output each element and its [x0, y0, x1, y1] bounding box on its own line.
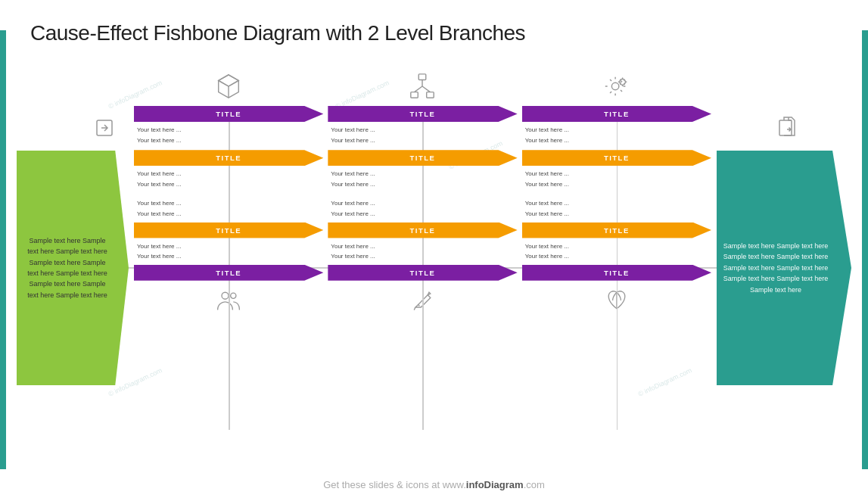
col3-text-2-line2: Your text here ...: [525, 179, 708, 190]
footer-suffix: .com: [524, 479, 545, 490]
cube-icon: [214, 72, 243, 101]
footer: Get these slides & icons at www.infoDiag…: [0, 479, 868, 490]
col2-bottom-content: Your text here ... Your text here ... TI…: [328, 197, 517, 280]
col3-text-3-line2: Your text here ...: [525, 209, 708, 219]
col3-top-content: TITLE Your text here ... Your text here …: [522, 106, 711, 194]
col3-text-1: Your text here ... Your text here ...: [522, 123, 711, 150]
col2-text-3-line2: Your text here ...: [331, 209, 514, 219]
col2-text-1: Your text here ... Your text here ...: [328, 123, 517, 150]
col1-bottom-content: Your text here ... Your text here ... TI…: [134, 197, 323, 280]
svg-rect-10: [411, 92, 418, 98]
col3-bottom-content: Your text here ... Your text here ... TI…: [522, 197, 711, 280]
svg-point-8: [231, 293, 236, 298]
svg-line-6: [229, 80, 238, 86]
col2-text-3-line1: Your text here ...: [331, 198, 514, 209]
right-arrow-container: Sample text here Sample text here Sample…: [717, 151, 851, 385]
col3-text-2-line1: Your text here ...: [525, 169, 708, 179]
col2-text-3: Your text here ... Your text here ...: [328, 197, 517, 222]
left-arrow-icon: [91, 114, 118, 142]
left-arrow-shape: Sample text here Sample text here Sample…: [17, 151, 129, 385]
diagram-container: Sample text here Sample text here Sample…: [17, 67, 851, 469]
footer-text: Get these slides & icons at www.: [323, 479, 466, 490]
col1-text-4-line2: Your text here ...: [137, 251, 320, 262]
svg-rect-9: [419, 74, 427, 80]
col3-text-2: Your text here ... Your text here ...: [522, 167, 711, 194]
col2-text-4: Your text here ... Your text here ...: [328, 240, 517, 265]
column-3: TITLE Your text here ... Your text here …: [522, 67, 711, 469]
col1-vline-bottom: [229, 268, 230, 430]
right-arrow-shape: Sample text here Sample text here Sample…: [717, 151, 851, 385]
col2-title-3: TITLE: [328, 222, 517, 238]
gear-icon: [602, 72, 631, 101]
right-arrow-icon: [772, 114, 799, 142]
columns-container: TITLE Your text here ... Your text here …: [134, 67, 711, 469]
slide: Cause-Effect Fishbone Diagram with 2 Lev…: [0, 0, 868, 501]
col3-text-1-line2: Your text here ...: [525, 135, 708, 146]
col2-title-bottom: TITLE: [328, 265, 517, 281]
col1-text-2: Your text here ... Your text here ...: [134, 167, 323, 194]
col1-text-2-line2: Your text here ...: [137, 179, 320, 190]
svg-rect-11: [427, 92, 434, 98]
left-arrow-container: Sample text here Sample text here Sample…: [17, 151, 129, 385]
col2-text-2-line1: Your text here ...: [331, 169, 514, 179]
col3-text-4-line2: Your text here ...: [525, 251, 708, 262]
col1-text-3: Your text here ... Your text here ...: [134, 197, 323, 222]
col1-text-3-line2: Your text here ...: [137, 209, 320, 219]
col3-text-3-line1: Your text here ...: [525, 198, 708, 209]
right-icon-area: [764, 109, 806, 147]
left-icon-area: [83, 109, 125, 147]
col2-text-4-line2: Your text here ...: [331, 251, 514, 262]
col1-text-3-line1: Your text here ...: [137, 198, 320, 209]
col3-text-4: Your text here ... Your text here ...: [522, 240, 711, 265]
network-icon: [408, 72, 437, 101]
column-2: TITLE Your text here ... Your text here …: [328, 67, 517, 469]
page-title: Cause-Effect Fishbone Diagram with 2 Lev…: [30, 21, 525, 45]
col1-text-4: Your text here ... Your text here ...: [134, 240, 323, 265]
right-arrow-text: Sample text here Sample text here Sample…: [717, 235, 851, 301]
col3-text-1-line1: Your text here ...: [525, 125, 708, 135]
svg-line-14: [422, 86, 430, 92]
column-1: TITLE Your text here ... Your text here …: [134, 67, 323, 469]
left-arrow-text: Sample text here Sample text here Sample…: [17, 229, 129, 307]
col3-top-icon: [602, 67, 631, 106]
col3-title-2: TITLE: [522, 150, 711, 166]
col2-text-4-line1: Your text here ...: [331, 241, 514, 252]
col2-text-2-line2: Your text here ...: [331, 179, 514, 190]
col1-title-3: TITLE: [134, 222, 323, 238]
col1-title-2: TITLE: [134, 150, 323, 166]
col1-title-1: TITLE: [134, 106, 323, 122]
left-accent-bar: [0, 30, 6, 469]
col1-text-1-line2: Your text here ...: [137, 135, 320, 146]
col1-top-icon: [214, 67, 243, 106]
svg-line-13: [415, 86, 422, 92]
col2-text-2: Your text here ... Your text here ...: [328, 167, 517, 194]
col1-text-2-line1: Your text here ...: [137, 169, 320, 179]
svg-line-5: [219, 80, 229, 86]
col3-text-3: Your text here ... Your text here ...: [522, 197, 711, 222]
svg-marker-3: [219, 75, 239, 86]
right-accent-bar: [862, 30, 868, 469]
col2-text-1-line1: Your text here ...: [331, 125, 514, 135]
col1-top-content: TITLE Your text here ... Your text here …: [134, 106, 323, 194]
col2-title-1: TITLE: [328, 106, 517, 122]
col2-title-2: TITLE: [328, 150, 517, 166]
col2-vline-bottom: [422, 268, 424, 430]
footer-brand: infoDiagram: [466, 479, 524, 490]
col3-text-4-line1: Your text here ...: [525, 241, 708, 252]
col2-text-1-line2: Your text here ...: [331, 135, 514, 146]
col2-top-content: TITLE Your text here ... Your text here …: [328, 106, 517, 194]
col1-text-4-line1: Your text here ...: [137, 241, 320, 252]
col1-text-1-line1: Your text here ...: [137, 125, 320, 135]
col3-title-3: TITLE: [522, 222, 711, 238]
col3-title-bottom: TITLE: [522, 265, 711, 281]
col3-title-1: TITLE: [522, 106, 711, 122]
col1-text-1: Your text here ... Your text here ...: [134, 123, 323, 150]
col2-top-icon: [408, 67, 437, 106]
svg-point-7: [222, 292, 229, 299]
col3-vline-bottom: [617, 268, 618, 430]
col1-title-bottom: TITLE: [134, 265, 323, 281]
svg-point-15: [611, 82, 619, 90]
